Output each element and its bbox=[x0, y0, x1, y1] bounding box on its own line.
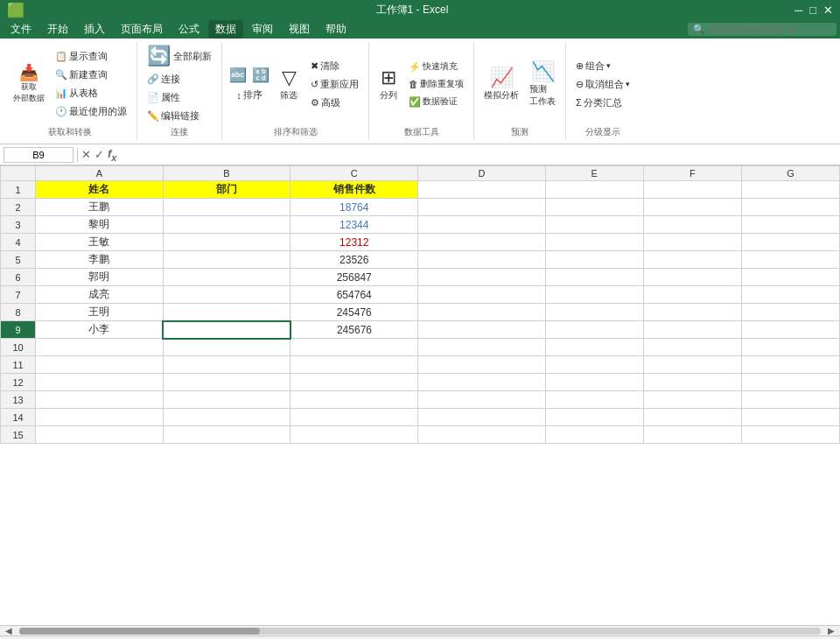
menu-formula[interactable]: 公式 bbox=[172, 20, 206, 39]
cell-g10[interactable] bbox=[741, 339, 839, 356]
btn-advanced[interactable]: ⚙ 高级 bbox=[306, 95, 363, 111]
cell-a9[interactable]: 小李 bbox=[36, 321, 164, 339]
btn-new-query[interactable]: 🔍 新建查询 bbox=[51, 67, 131, 83]
row-num-2[interactable]: 2 bbox=[1, 199, 36, 216]
cell-d3[interactable] bbox=[418, 216, 546, 234]
btn-validate[interactable]: ✅ 数据验证 bbox=[404, 94, 468, 109]
col-header-e[interactable]: E bbox=[545, 166, 643, 181]
spreadsheet[interactable]: A B C D E F G 1 姓名 部门 销售件数 bbox=[0, 165, 840, 625]
col-header-d[interactable]: D bbox=[418, 166, 546, 181]
cell-g6[interactable] bbox=[741, 269, 839, 286]
row-num-11[interactable]: 11 bbox=[1, 356, 36, 374]
btn-from-table[interactable]: 📊 从表格 bbox=[51, 85, 131, 102]
cell-b1[interactable]: 部门 bbox=[163, 181, 290, 199]
cell-f3[interactable] bbox=[643, 216, 741, 234]
cell-f8[interactable] bbox=[643, 304, 741, 321]
cell-e12[interactable] bbox=[545, 374, 643, 391]
cell-g5[interactable] bbox=[741, 251, 839, 269]
cell-b3[interactable] bbox=[163, 216, 290, 234]
cell-e13[interactable] bbox=[545, 391, 643, 409]
cell-f2[interactable] bbox=[643, 199, 741, 216]
cell-e10[interactable] bbox=[545, 339, 643, 356]
menu-view[interactable]: 视图 bbox=[282, 20, 317, 39]
menu-insert[interactable]: 插入 bbox=[77, 20, 112, 39]
menu-page-layout[interactable]: 页面布局 bbox=[114, 20, 170, 39]
btn-forecast-sheet[interactable]: 📉 预测工作表 bbox=[525, 58, 560, 110]
col-header-b[interactable]: B bbox=[163, 166, 290, 181]
row-num-7[interactable]: 7 bbox=[1, 286, 36, 304]
cell-a5[interactable]: 李鹏 bbox=[36, 251, 164, 269]
cell-c6[interactable]: 256847 bbox=[290, 269, 418, 286]
close-btn[interactable]: ✕ bbox=[823, 4, 833, 17]
cell-f14[interactable] bbox=[643, 409, 741, 426]
cell-g4[interactable] bbox=[741, 234, 839, 251]
menu-help[interactable]: 帮助 bbox=[318, 20, 354, 39]
cell-c2[interactable]: 18764 bbox=[290, 199, 418, 216]
cell-d12[interactable] bbox=[418, 374, 546, 391]
cell-e8[interactable] bbox=[545, 304, 643, 321]
cell-f7[interactable] bbox=[643, 286, 741, 304]
cell-a13[interactable] bbox=[36, 391, 164, 409]
cell-c10[interactable] bbox=[290, 339, 418, 356]
cell-e1[interactable] bbox=[545, 181, 643, 199]
cell-d9[interactable] bbox=[418, 321, 546, 339]
cell-d15[interactable] bbox=[418, 426, 546, 444]
btn-remove-dup[interactable]: 🗑 删除重复项 bbox=[404, 76, 468, 92]
cell-f6[interactable] bbox=[643, 269, 741, 286]
btn-sort[interactable]: ↕ 排序 bbox=[232, 87, 267, 103]
cell-d5[interactable] bbox=[418, 251, 546, 269]
cell-a2[interactable]: 王鹏 bbox=[36, 199, 164, 216]
cell-c12[interactable] bbox=[290, 374, 418, 391]
scroll-left-btn[interactable]: ◀ bbox=[0, 626, 18, 635]
cell-b7[interactable] bbox=[163, 286, 290, 304]
cell-c1[interactable]: 销售件数 bbox=[290, 181, 418, 199]
cell-d7[interactable] bbox=[418, 286, 546, 304]
cell-g14[interactable] bbox=[741, 409, 839, 426]
cell-c4[interactable]: 12312 bbox=[290, 234, 418, 251]
cell-c13[interactable] bbox=[290, 391, 418, 409]
cell-b14[interactable] bbox=[163, 409, 290, 426]
cell-g12[interactable] bbox=[741, 374, 839, 391]
cell-c11[interactable] bbox=[290, 356, 418, 374]
btn-connections[interactable]: 🔗 连接 bbox=[143, 71, 185, 88]
cell-b4[interactable] bbox=[163, 234, 290, 251]
cell-ref-input[interactable] bbox=[4, 147, 74, 163]
cell-b9[interactable] bbox=[163, 321, 290, 339]
cell-a4[interactable]: 王敏 bbox=[36, 234, 164, 251]
cell-e6[interactable] bbox=[545, 269, 643, 286]
cell-b11[interactable] bbox=[163, 356, 290, 374]
cell-a14[interactable] bbox=[36, 409, 164, 426]
cell-c3[interactable]: 12344 bbox=[290, 216, 418, 234]
btn-refresh-all[interactable]: 🔄 全部刷新 bbox=[143, 44, 216, 69]
cell-a1[interactable]: 姓名 bbox=[36, 181, 164, 199]
cell-a10[interactable] bbox=[36, 339, 164, 356]
cell-f15[interactable] bbox=[643, 426, 741, 444]
btn-get-external-data[interactable]: 📥 获取外部数据 bbox=[9, 62, 49, 107]
cell-b6[interactable] bbox=[163, 269, 290, 286]
cell-g3[interactable] bbox=[741, 216, 839, 234]
cell-c15[interactable] bbox=[290, 426, 418, 444]
cell-g8[interactable] bbox=[741, 304, 839, 321]
cell-d1[interactable] bbox=[418, 181, 546, 199]
col-header-a[interactable]: A bbox=[36, 166, 164, 181]
cell-a8[interactable]: 王明 bbox=[36, 304, 164, 321]
insert-function-icon[interactable]: fx bbox=[108, 147, 116, 163]
btn-properties[interactable]: 📄 属性 bbox=[143, 89, 185, 106]
cell-e5[interactable] bbox=[545, 251, 643, 269]
btn-clear[interactable]: ✖ 清除 bbox=[306, 58, 363, 74]
cell-a3[interactable]: 黎明 bbox=[36, 216, 164, 234]
menu-data[interactable]: 数据 bbox=[208, 20, 243, 39]
cell-e7[interactable] bbox=[545, 286, 643, 304]
row-num-6[interactable]: 6 bbox=[1, 269, 36, 286]
cell-a7[interactable]: 成亮 bbox=[36, 286, 164, 304]
row-num-8[interactable]: 8 bbox=[1, 304, 36, 321]
row-num-4[interactable]: 4 bbox=[1, 234, 36, 251]
cancel-formula-icon[interactable]: ✕ bbox=[81, 148, 91, 161]
cell-d13[interactable] bbox=[418, 391, 546, 409]
cell-c14[interactable] bbox=[290, 409, 418, 426]
cell-c9[interactable]: 245676 bbox=[290, 321, 418, 339]
cell-d4[interactable] bbox=[418, 234, 546, 251]
cell-g11[interactable] bbox=[741, 356, 839, 374]
cell-d8[interactable] bbox=[418, 304, 546, 321]
cell-b13[interactable] bbox=[163, 391, 290, 409]
